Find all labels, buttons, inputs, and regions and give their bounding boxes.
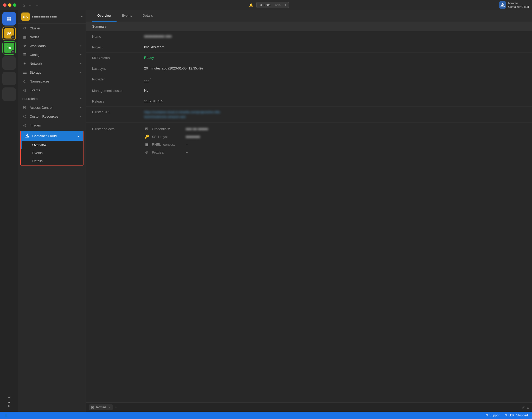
cluster-obj-proxies: ⊙ Proxies: – — [144, 150, 526, 154]
ldk-icon: ⚙ — [504, 414, 507, 417]
account-ja[interactable]: JA ⚙ — [2, 41, 16, 55]
submenu-details-label: Details — [32, 159, 43, 163]
value-cluster-url: https://container.cloud.ct.mirantis.com/… — [144, 110, 526, 119]
ldk-status[interactable]: ⚙ LDK: Stopped — [504, 414, 528, 417]
maximize-button[interactable] — [13, 3, 16, 7]
empty-slot-3 — [2, 87, 16, 101]
home-icon[interactable]: ⌂ — [23, 3, 25, 7]
page-next[interactable]: ▶ — [8, 404, 10, 408]
tab-details[interactable]: Details — [137, 10, 158, 22]
status-bar: 👤 ⚙ Support ⚙ LDK: Stopped — [0, 412, 532, 419]
label-mcc-status: MCC status — [92, 56, 144, 60]
label-release: Release — [92, 99, 144, 103]
images-icon: ◎ — [22, 123, 27, 127]
sidebar-item-cluster[interactable]: ⚙ Cluster — [18, 24, 86, 33]
account-sa[interactable]: SA ⚙ — [2, 27, 16, 40]
sidebar-item-container-cloud[interactable]: Container Cloud ▴ — [21, 131, 83, 141]
nodes-icon: ▦ — [22, 35, 27, 39]
terminal-collapse-icon[interactable]: ▴ — [527, 405, 529, 409]
value-last-sync: 20 minutes ago (2023-01-05, 12:35:49) — [144, 66, 526, 70]
chevron-down-workloads: ▾ — [80, 45, 81, 47]
summary-section-header: Summary — [86, 22, 532, 31]
value-provider: aws ⌢ — [144, 77, 526, 82]
events-icon: ◷ — [22, 88, 27, 92]
content-area: Summary Name ■■■■■■■■■■ ■■■ Project imc-… — [86, 22, 532, 402]
label-provider: Provider — [92, 77, 144, 81]
sidebar-item-workloads[interactable]: ❖ Workloads ▾ — [18, 41, 86, 50]
icon-bar: ▦ SA ⚙ JA ⚙ ◀ 1 ▶ — [0, 10, 18, 412]
sidebar-item-network[interactable]: ✦ Network ▾ — [18, 59, 86, 68]
cluster-selector[interactable]: 🖥 Local ...attlo... ▾ — [256, 2, 289, 8]
info-row-release: Release 11.5.0+3.5.5 — [86, 96, 532, 107]
bell-icon[interactable]: 🔔 — [249, 3, 253, 7]
container-cloud-icon — [25, 134, 30, 138]
cluster-address: ...attlo... — [273, 3, 283, 7]
cluster-obj-credentials: ⛨ Credentials: ■■■ ■■ ■■■■■ — [144, 127, 526, 131]
sidebar-item-label-events: Events — [30, 88, 81, 92]
sidebar-item-access-control[interactable]: ⛨ Access Control ▾ — [18, 103, 86, 112]
custom-resources-icon: ⬡ — [22, 114, 27, 118]
sidebar-item-images[interactable]: ◎ Images — [18, 121, 86, 130]
sidebar-item-namespaces[interactable]: ◇ Namespaces — [18, 77, 86, 86]
minimize-button[interactable] — [8, 3, 11, 7]
cluster-icon: ⚙ — [22, 26, 27, 30]
close-button[interactable] — [3, 3, 7, 7]
titlebar-center: 🔔 🖥 Local ...attlo... ▾ — [41, 2, 497, 8]
chevron-down-network: ▾ — [80, 62, 81, 65]
sidebar-item-events[interactable]: ◷ Events — [18, 86, 86, 94]
container-cloud-submenu: Overview Events Details — [21, 141, 83, 165]
value-management-cluster: No — [144, 88, 526, 92]
container-cloud-section: Container Cloud ▴ Overview Events Detail… — [20, 131, 84, 166]
terminal-add-button[interactable]: + — [115, 405, 117, 410]
support-button[interactable]: ⚙ Support — [485, 414, 500, 417]
terminal-close-button[interactable]: × — [109, 406, 110, 409]
sidebar-item-helm[interactable]: HELM Helm ▾ — [18, 94, 86, 103]
helm-icon: HELM — [22, 97, 27, 100]
terminal-expand-icon[interactable]: ⤢ — [522, 405, 525, 409]
sidebar-item-label-workloads: Workloads — [30, 44, 78, 48]
tabs-bar: Overview Events Details — [86, 10, 532, 22]
label-name: Name — [92, 34, 144, 39]
chevron-up-container-cloud: ▴ — [78, 135, 79, 137]
sidebar-item-label-nodes: Nodes — [30, 35, 81, 39]
tab-events[interactable]: Events — [117, 10, 137, 22]
info-row-last-sync: Last sync 20 minutes ago (2023-01-05, 12… — [86, 63, 532, 74]
titlebar-right: MirantisContainer Cloud — [499, 1, 529, 9]
titlebar: ⌂ ← → 🔔 🖥 Local ...attlo... ▾ MirantisCo… — [0, 0, 532, 10]
sidebar-header-arrow[interactable]: ▾ — [81, 15, 82, 18]
submenu-item-events[interactable]: Events — [21, 149, 83, 157]
forward-button[interactable]: → — [35, 3, 39, 7]
mirantis-label: MirantisContainer Cloud — [508, 1, 529, 9]
chevron-down-custom-resources: ▾ — [80, 115, 81, 118]
cluster-url-link[interactable]: https://container.cloud.ct.mirantis.com/… — [144, 110, 221, 119]
sidebar-item-nodes[interactable]: ▦ Nodes — [18, 33, 86, 41]
sidebar-item-storage[interactable]: ▬ Storage ▾ — [18, 68, 86, 77]
back-button[interactable]: ← — [28, 3, 32, 7]
storage-icon: ▬ — [22, 70, 27, 74]
sidebar-item-custom-resources[interactable]: ⬡ Custom Resources ▾ — [18, 112, 86, 121]
submenu-item-overview[interactable]: Overview — [21, 141, 83, 149]
gear-icon-sa: ⚙ — [11, 35, 15, 39]
app-body: ▦ SA ⚙ JA ⚙ ◀ 1 ▶ SA ■■■■■■■■■■ ■■■■ ▾ ⚙… — [0, 10, 532, 412]
terminal-icon: ▣ — [91, 405, 94, 409]
traffic-lights — [3, 3, 16, 7]
rhel-label: RHEL licenses: — [152, 143, 183, 147]
tab-overview[interactable]: Overview — [92, 10, 117, 22]
submenu-item-details[interactable]: Details — [21, 157, 83, 165]
sidebar-avatar: SA — [21, 12, 30, 21]
page-prev[interactable]: ◀ — [8, 396, 10, 399]
value-release: 11.5.0+3.5.5 — [144, 99, 526, 103]
chevron-down-helm: ▾ — [80, 97, 81, 100]
sidebar-item-config[interactable]: ☰ Config ▾ — [18, 50, 86, 59]
submenu-events-label: Events — [32, 151, 43, 155]
value-mcc-status: Ready — [144, 56, 526, 60]
ldk-label: LDK: Stopped — [508, 414, 528, 417]
grid-icon-button[interactable]: ▦ — [2, 12, 16, 26]
cluster-name: Local — [264, 3, 271, 7]
submenu-overview-label: Overview — [32, 143, 46, 147]
proxies-value: – — [186, 150, 188, 154]
info-row-management-cluster: Management cluster No — [86, 85, 532, 96]
svg-point-3 — [27, 135, 28, 137]
info-row-project: Project imc-k8s-team — [86, 42, 532, 53]
terminal-tab[interactable]: ▣ Terminal × — [89, 404, 113, 410]
